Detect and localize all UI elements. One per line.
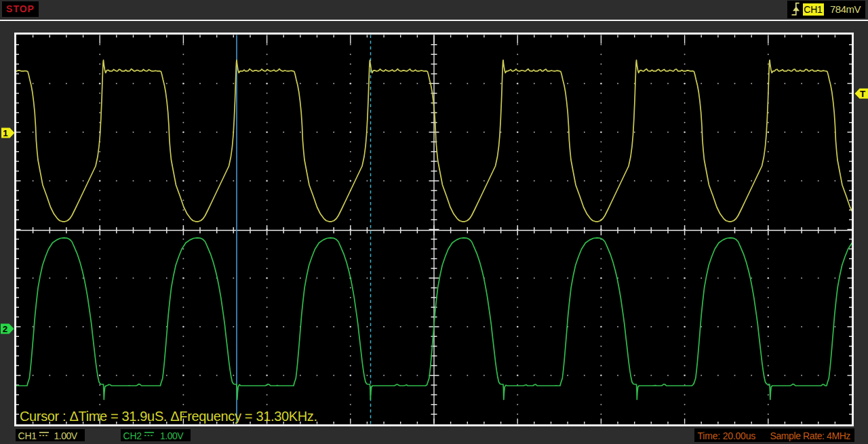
svg-text:1: 1 — [3, 128, 8, 138]
svg-text:2: 2 — [3, 324, 8, 334]
svg-text:T: T — [860, 89, 866, 99]
